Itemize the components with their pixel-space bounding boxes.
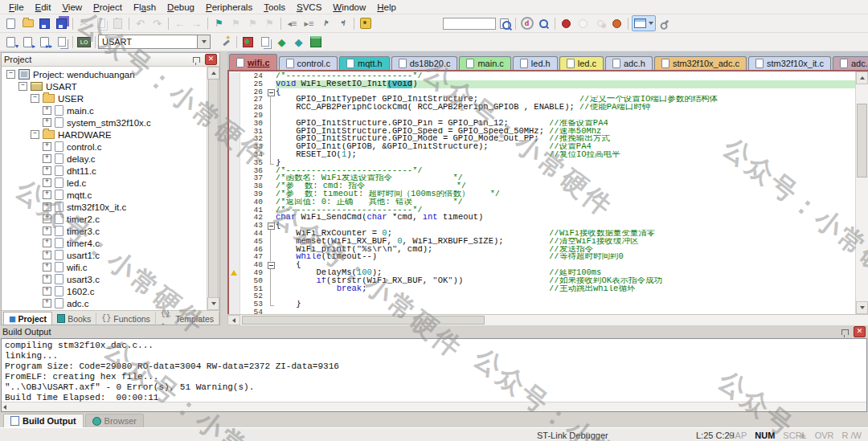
undo-icon[interactable]: ↶	[133, 16, 148, 31]
gutter[interactable]	[229, 182, 240, 190]
fold-rail[interactable]	[267, 277, 276, 285]
fold-rail[interactable]	[267, 222, 276, 230]
select-software-packs-icon[interactable]: ◆	[274, 35, 289, 49]
cut-icon[interactable]: ✂	[76, 16, 92, 31]
navigate-forward-icon[interactable]: →	[189, 16, 204, 31]
fold-rail[interactable]	[267, 190, 276, 198]
gutter[interactable]	[229, 198, 240, 206]
editor-tab-control-c[interactable]: control.c	[279, 56, 338, 70]
panel-tab-books[interactable]: Books	[52, 312, 96, 325]
gutter[interactable]	[229, 167, 240, 175]
editor-tab-mqtt-h[interactable]: mqtt.h	[339, 56, 390, 70]
fold-rail[interactable]	[267, 159, 276, 167]
fold-rail[interactable]	[267, 143, 276, 151]
editor-hscrollbar[interactable]	[227, 314, 868, 325]
target-select[interactable]: USART	[98, 35, 198, 49]
pin-icon[interactable]	[841, 329, 849, 335]
editor-tab-wifi-c[interactable]: wifi.c	[229, 54, 277, 70]
menu-svcs[interactable]: SVCS	[291, 2, 327, 13]
tree-expander-icon[interactable]: +	[43, 118, 51, 127]
gutter[interactable]	[229, 269, 240, 277]
tree-item-user[interactable]: –USER	[2, 92, 207, 104]
tree-item-led-c[interactable]: +led.c	[2, 177, 207, 189]
tree-expander-icon[interactable]: +	[43, 190, 51, 199]
gutter[interactable]	[229, 230, 240, 238]
code-line-44[interactable]: 44 WiFi_RxCounter = 0; //WiFi接收数据量变量清零	[229, 230, 855, 238]
gutter[interactable]	[229, 253, 240, 261]
gutter[interactable]	[229, 151, 240, 159]
gutter[interactable]	[229, 190, 240, 198]
code-line-38[interactable]: 38/*参 数: cmd: 指令 */	[229, 182, 855, 190]
tree-item-system-stm32f10x-c[interactable]: +system_stm32f10x.c	[2, 116, 207, 129]
tree-item-project-wenduchuangan[interactable]: –Project: wenduchuangan	[2, 68, 207, 80]
find-in-files-icon[interactable]	[497, 16, 512, 31]
open-file-icon[interactable]	[20, 16, 35, 31]
code-line-41[interactable]: 41/*-------------------------*/	[229, 206, 855, 214]
code-line-26[interactable]: 26{	[229, 88, 855, 96]
navigate-back-icon[interactable]: ←	[172, 16, 187, 31]
fold-rail[interactable]	[267, 214, 276, 222]
find-icon[interactable]	[536, 16, 551, 31]
rebuild-all-icon[interactable]: ▸▸	[37, 35, 52, 49]
gutter[interactable]	[229, 292, 240, 300]
gutter[interactable]	[229, 112, 240, 120]
save-icon[interactable]	[37, 16, 52, 31]
gutter[interactable]	[229, 96, 240, 104]
bookmark-next-icon[interactable]: ⚑	[245, 16, 260, 31]
build-output-log[interactable]: compiling stm32f10x_dac.c...linking...Pr…	[1, 338, 867, 412]
gutter[interactable]	[229, 246, 240, 254]
fold-rail[interactable]	[267, 292, 276, 300]
bookmark-prev-icon[interactable]: ⚑	[228, 16, 244, 31]
menu-tools[interactable]: Tools	[258, 2, 291, 13]
fold-rail[interactable]	[267, 230, 276, 238]
tree-expander-icon[interactable]: –	[6, 70, 15, 79]
fold-rail[interactable]	[267, 308, 276, 314]
scroll-up-icon[interactable]	[856, 71, 868, 84]
tree-item-control-c[interactable]: +control.c	[2, 141, 207, 153]
scroll-left-icon[interactable]	[227, 315, 240, 325]
save-all-icon[interactable]	[54, 16, 69, 31]
tree-expander-icon[interactable]: +	[43, 251, 51, 259]
code-line-24[interactable]: 24/*-------------------------*/	[229, 72, 855, 80]
bottom-tab-browser[interactable]: Browser	[85, 414, 144, 427]
fold-rail[interactable]	[267, 120, 276, 128]
tree-item-stm32f10x-it-c[interactable]: +stm32f10x_it.c	[2, 201, 207, 213]
uncomment-icon[interactable]: */	[335, 16, 350, 31]
editor-tab-adc-h[interactable]: adc.h	[605, 56, 653, 70]
kill-all-breakpoints-icon[interactable]	[609, 16, 624, 31]
gutter[interactable]	[229, 222, 240, 230]
fold-rail[interactable]	[267, 238, 276, 246]
gutter[interactable]	[229, 120, 240, 128]
code-line-25[interactable]: 25void WiFi_ResetIO_Init(void)	[229, 80, 855, 88]
tree-expander-icon[interactable]: –	[31, 130, 39, 139]
fold-rail[interactable]	[267, 96, 276, 104]
code-line-35[interactable]: 35}	[229, 159, 855, 167]
target-select-arrow[interactable]	[198, 35, 211, 49]
editor-tab-stm32f10x-it-c[interactable]: stm32f10x_it.c	[748, 56, 831, 70]
close-icon[interactable]: ✕	[854, 326, 866, 337]
menu-file[interactable]: File	[3, 2, 30, 13]
tree-item-usart1-c[interactable]: +usart1.c	[2, 249, 207, 261]
gutter[interactable]	[229, 300, 240, 308]
code-line-42[interactable]: 42char WiFi_SendCmd(char *cmd, int timeo…	[229, 214, 855, 222]
gutter[interactable]	[229, 88, 240, 96]
gutter[interactable]	[229, 72, 240, 80]
gutter[interactable]	[229, 143, 240, 151]
gutter[interactable]	[229, 308, 240, 314]
project-scrollbar[interactable]	[207, 67, 219, 310]
gutter[interactable]	[229, 135, 240, 143]
tree-item-delay-c[interactable]: +delay.c	[2, 153, 207, 165]
tree-expander-icon[interactable]: +	[43, 263, 51, 272]
fold-rail[interactable]	[267, 300, 276, 308]
tree-expander-icon[interactable]: +	[43, 227, 51, 235]
copy-icon[interactable]	[93, 16, 108, 31]
code-line-47[interactable]: 47 while(timeout--) //等待超时时间到0	[229, 253, 855, 261]
tree-expander-icon[interactable]: +	[43, 106, 51, 115]
code-line-32[interactable]: 32 GPIO_InitStructure.GPIO_Mode = GPIO_M…	[229, 135, 855, 143]
tree-item-timer2-c[interactable]: +timer2.c	[2, 213, 207, 225]
menu-view[interactable]: View	[56, 2, 88, 13]
configure-target-icon[interactable]	[657, 16, 673, 31]
manage-project-items-icon[interactable]	[257, 35, 272, 49]
code-line-52[interactable]: 52	[229, 292, 855, 300]
code-editor[interactable]: 24/*-------------------------*/25void Wi…	[227, 70, 868, 314]
